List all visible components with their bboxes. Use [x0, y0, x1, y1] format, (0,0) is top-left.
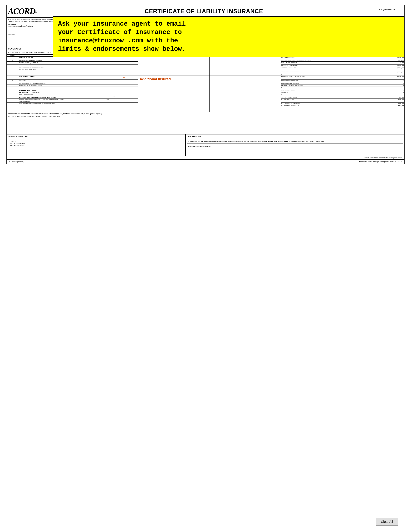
coverage-table: INSR LTR TYPE OF INSURANCE ADDL INSR SUB…: [7, 55, 404, 112]
logo-section: ACORD®: [7, 5, 39, 17]
th-insr-ltr: INSR LTR: [7, 55, 19, 57]
certificate-holder-section: CERTIFICATE HOLDER Trux Inc 1601 Trapelo…: [7, 134, 186, 156]
document-page: ACORD® CERTIFICATE OF LIABILITY INSURANC…: [6, 5, 405, 164]
document-title: CERTIFICATE OF LIABILITY INSURANCE: [39, 5, 369, 17]
wc-header-row: WORKERS COMPENSATION AND EMPLOYERS' LIAB…: [7, 96, 404, 98]
document-footer: ACORD 25 (2010/05) The ACORD name and lo…: [7, 160, 404, 164]
authorized-rep-box: AUTHORIZED REPRESENTATIVE: [187, 145, 403, 153]
auto-header-row: AUTOMOBILE LIABILITY X ← Additional Insu…: [7, 75, 404, 79]
acord-25-label: ACORD 25 (2010/05): [9, 161, 24, 163]
umbrella-row: UMBRELLA LIAB OCCUR EACH OCCURRENCE $: [7, 89, 404, 91]
blank-additional-row: [7, 107, 404, 112]
clear-all-button[interactable]: Clear All: [376, 518, 398, 526]
yellow-overlay-message: Ask your insurance agent to email your C…: [53, 16, 404, 57]
bottom-section: CERTIFICATE HOLDER Trux Inc 1601 Trapelo…: [7, 134, 404, 156]
date-value: [370, 11, 403, 14]
copyright-row: © 1988-2010 ACORD CORPORATION. All right…: [7, 156, 404, 160]
document-header: ACORD® CERTIFICATE OF LIABILITY INSURANC…: [7, 5, 404, 18]
date-section: DATE (MM/DD/YYYY): [369, 5, 404, 17]
cancellation-section: CANCELLATION SHOULD ANY OF THE ABOVE DES…: [186, 134, 404, 156]
description-section: DESCRIPTION OF OPERATIONS / LOCATIONS / …: [7, 112, 404, 134]
gl-blank-row: $: [7, 73, 404, 75]
acord-logo: ACORD®: [8, 6, 37, 16]
trademark-label: The ACORD name and logo are registered m…: [359, 161, 402, 163]
cert-holder-address: Trux Inc 1601 Trapelo Road Waltham, MA 0…: [8, 139, 184, 155]
